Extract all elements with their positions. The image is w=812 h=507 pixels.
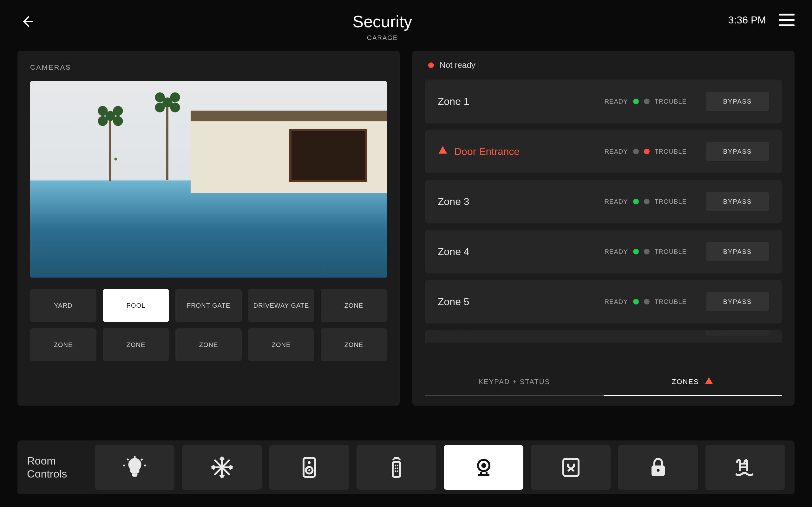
trouble-dot-icon [644,299,650,304]
camera-button-pool[interactable]: POOL [103,289,169,322]
zone-tabs: KEYPAD + STATUS ZONES [425,368,782,396]
svg-point-5 [395,465,396,466]
dock-camera-button[interactable] [444,445,523,490]
ready-dot-icon [633,299,639,304]
svg-point-7 [395,468,396,469]
svg-point-15 [657,469,659,472]
dock-shade-button[interactable] [531,445,611,490]
bypass-button[interactable]: BYPASS [706,92,769,111]
zone-status: READY TROUBLE [605,148,687,155]
ready-label: READY [605,148,628,155]
header: Security GARAGE 3:36 PM [0,0,812,51]
zone-status: READY TROUBLE [605,98,687,105]
ready-label: READY [605,298,628,305]
zones-panel: Not ready Zone 1 READY TROUBLE BYPASS [412,51,795,406]
trouble-label: TROUBLE [655,298,687,305]
camera-button-zone[interactable]: ZONE [321,328,387,361]
clock: 3:36 PM [728,14,766,26]
header-right: 3:36 PM [728,14,795,26]
camera-button-zone[interactable]: ZONE [175,328,242,361]
warning-icon [704,376,714,388]
arrow-left-icon [19,14,35,29]
camera-grid: YARD POOL FRONT GATE DRIVEWAY GATE ZONE … [30,289,387,361]
zone-status: READY TROUBLE [605,248,687,256]
ready-label: READY [605,198,628,205]
shade-icon [560,456,582,479]
speaker-icon [298,456,321,479]
svg-point-8 [397,468,398,469]
dock-label: RoomControls [27,454,84,481]
status-dot-icon [428,62,434,68]
dock-remote-button[interactable] [357,445,436,490]
zone-status: READY TROUBLE [605,198,687,205]
zone-row: Zone 3 READY TROUBLE BYPASS [425,180,782,223]
zone-name: Zone 3 [438,196,605,208]
trouble-dot-icon [644,99,650,104]
camera-feed[interactable] [30,81,387,278]
menu-button[interactable] [779,14,795,26]
page-subtitle: GARAGE [37,34,728,42]
bypass-button[interactable]: BYPASS [706,242,769,261]
trouble-dot-icon [644,149,650,154]
dock-climate-button[interactable] [182,445,262,490]
zone-row: Door Entrance READY TROUBLE BYPASS [425,130,782,173]
zone-status: READY TROUBLE [605,330,687,331]
zone-status: READY TROUBLE [605,298,687,305]
ready-label: READY [605,248,628,256]
zone-row: Zone 1 READY TROUBLE BYPASS [425,79,782,123]
svg-point-1 [308,461,310,464]
bypass-button[interactable]: BYPASS [706,330,769,336]
tab-zones[interactable]: ZONES [604,368,782,396]
camera-icon [472,456,495,479]
zone-row: Zone 4 READY TROUBLE BYPASS [425,230,782,274]
dock-light-button[interactable] [95,445,174,490]
zone-list[interactable]: Zone 1 READY TROUBLE BYPASS Door Entranc… [425,79,782,365]
light-icon [123,456,146,479]
hamburger-icon [779,14,795,15]
zone-name: Zone 4 [438,246,605,258]
bypass-button[interactable]: BYPASS [706,292,769,311]
ready-label: READY [605,98,628,105]
ready-dot-icon [633,99,639,104]
bypass-button[interactable]: BYPASS [706,192,769,211]
dock-lock-button[interactable] [618,445,698,490]
cameras-panel: CAMERAS YARD POOL FRONT GATE DRIVEWAY GA… [17,51,400,406]
dock-pool-button[interactable] [705,445,785,490]
ready-dot-icon [633,149,639,154]
svg-rect-4 [393,462,400,477]
bypass-button[interactable]: BYPASS [706,142,769,161]
trouble-label: TROUBLE [655,248,687,256]
trouble-label: TROUBLE [655,98,687,105]
zone-name: Zone 6 [438,330,605,333]
zone-row: Zone 5 READY TROUBLE BYPASS [425,280,782,324]
ready-dot-icon [633,199,639,205]
trouble-label: TROUBLE [655,148,687,155]
camera-button-yard[interactable]: YARD [30,289,96,322]
camera-button-front-gate[interactable]: FRONT GATE [175,289,242,322]
camera-button-zone[interactable]: ZONE [30,328,96,361]
camera-button-zone[interactable]: ZONE [103,328,169,361]
page-title: Security [37,12,728,31]
trouble-dot-icon [644,249,650,255]
cameras-label: CAMERAS [30,63,387,72]
back-button[interactable] [17,12,37,31]
svg-point-3 [308,469,310,471]
zone-name: Zone 5 [438,296,605,308]
remote-icon [385,456,408,479]
svg-point-12 [481,463,486,468]
pool-icon [734,456,757,479]
dock-speaker-button[interactable] [269,445,349,490]
warning-icon [438,145,448,158]
camera-button-zone[interactable]: ZONE [321,289,387,322]
svg-point-9 [395,470,396,472]
system-status: Not ready [425,60,782,70]
ready-dot-icon [633,249,639,255]
lock-icon [647,456,670,479]
tab-keypad-status[interactable]: KEYPAD + STATUS [425,368,604,396]
camera-button-driveway-gate[interactable]: DRIVEWAY GATE [248,289,314,322]
camera-button-zone[interactable]: ZONE [248,328,314,361]
trouble-label: TROUBLE [655,198,687,205]
room-controls-dock: RoomControls [17,441,795,494]
header-center: Security GARAGE [37,12,728,42]
zone-name: Zone 1 [438,96,605,107]
